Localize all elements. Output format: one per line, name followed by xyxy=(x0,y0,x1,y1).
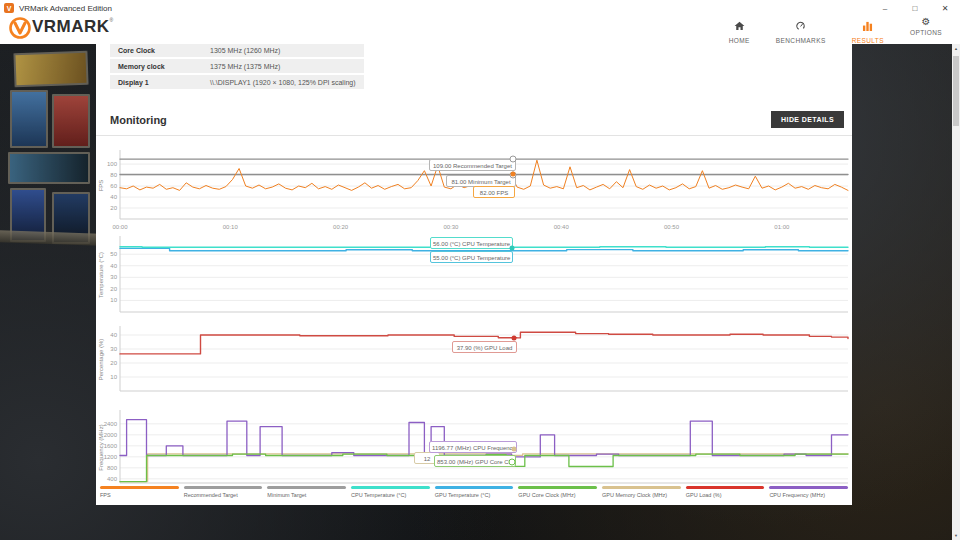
hover-marker xyxy=(511,172,516,177)
svg-text:01:00: 01:00 xyxy=(774,224,790,230)
background-poster xyxy=(13,51,88,88)
legend-color-bar xyxy=(267,486,346,489)
legend-item[interactable]: GPU Memory Clock (MHz) xyxy=(602,486,681,498)
svg-text:Temperature (°C): Temperature (°C) xyxy=(98,252,104,298)
legend-color-bar xyxy=(184,486,263,489)
app-header: VRMARK ® HOME BENCHMARKS xyxy=(0,16,960,44)
svg-text:00:10: 00:10 xyxy=(223,224,239,230)
svg-text:10: 10 xyxy=(110,297,117,303)
svg-text:40: 40 xyxy=(110,263,117,269)
svg-text:00:50: 00:50 xyxy=(664,224,680,230)
svg-text:50: 50 xyxy=(110,251,117,257)
gauge-icon xyxy=(795,17,806,35)
svg-text:30: 30 xyxy=(110,346,117,352)
legend-label: FPS xyxy=(100,492,179,498)
svg-text:Percentage (%): Percentage (%) xyxy=(98,339,104,381)
svg-text:20: 20 xyxy=(110,205,117,211)
scrollbar[interactable]: ▲ ▼ xyxy=(952,44,960,540)
chart-tooltip: 55.00 (°C) GPU Temperature xyxy=(430,251,513,263)
nav-benchmarks[interactable]: BENCHMARKS xyxy=(776,17,826,44)
svg-text:10: 10 xyxy=(110,374,117,380)
svg-text:2400: 2400 xyxy=(104,421,118,427)
svg-text:60: 60 xyxy=(110,183,117,189)
nav-results[interactable]: RESULTS xyxy=(852,17,884,44)
svg-text:30: 30 xyxy=(110,274,117,280)
svg-text:40: 40 xyxy=(110,194,117,200)
svg-text:20: 20 xyxy=(110,360,117,366)
legend-color-bar xyxy=(100,486,179,489)
window-title: VRMark Advanced Edition xyxy=(19,4,112,13)
bar-chart-icon xyxy=(862,17,873,35)
svg-text:FPS: FPS xyxy=(98,180,104,192)
close-button[interactable]: ✕ xyxy=(930,0,960,16)
svg-text:2000: 2000 xyxy=(104,432,118,438)
legend-label: CPU Temperature (°C) xyxy=(351,492,430,498)
legend-label: GPU Temperature (°C) xyxy=(435,492,514,498)
legend-label: GPU Memory Clock (MHz) xyxy=(602,492,681,498)
legend-item[interactable]: Recommended Target xyxy=(184,486,263,498)
chart-tooltip: 109.00 Recommended Target xyxy=(429,159,516,171)
legend-color-bar xyxy=(435,486,514,489)
svg-text:00:20: 00:20 xyxy=(333,224,349,230)
monitoring-charts: 20406080100FPS00:0000:1000:2000:3000:400… xyxy=(96,42,852,505)
results-panel: Core Clock 1305 MHz (1260 MHz) Memory cl… xyxy=(96,42,852,505)
minimize-button[interactable]: – xyxy=(870,0,900,16)
hover-marker xyxy=(510,246,515,251)
legend-item[interactable]: GPU Temperature (°C) xyxy=(435,486,514,498)
svg-text:1600: 1600 xyxy=(104,443,118,449)
legend-color-bar xyxy=(769,486,848,489)
svg-text:Frequency (MHz): Frequency (MHz) xyxy=(98,424,104,470)
background-ledge xyxy=(0,230,100,246)
svg-text:100: 100 xyxy=(107,161,118,167)
legend-color-bar xyxy=(518,486,597,489)
scroll-up-arrow[interactable]: ▲ xyxy=(952,44,960,53)
scrollbar-thumb[interactable] xyxy=(953,56,959,126)
app-icon: V xyxy=(4,3,14,13)
svg-text:1200: 1200 xyxy=(104,454,118,460)
home-icon xyxy=(734,17,745,35)
chart-tooltip: 1196.77 (MHz) CPU Frequency xyxy=(429,441,517,453)
legend-item[interactable]: GPU Core Clock (MHz) xyxy=(518,486,597,498)
legend-color-bar xyxy=(686,486,765,489)
legend-label: GPU Load (%) xyxy=(686,492,765,498)
svg-text:00:30: 00:30 xyxy=(443,224,459,230)
legend-label: Minimum Target xyxy=(267,492,346,498)
legend-color-bar xyxy=(602,486,681,489)
background-poster xyxy=(52,94,90,148)
hover-marker xyxy=(512,447,517,452)
legend-item[interactable]: CPU Temperature (°C) xyxy=(351,486,430,498)
maximize-button[interactable]: □ xyxy=(900,0,930,16)
hover-marker xyxy=(512,336,517,341)
svg-text:400: 400 xyxy=(107,476,118,482)
nav-home[interactable]: HOME xyxy=(729,17,750,44)
hover-marker xyxy=(510,156,517,163)
legend-label: CPU Frequency (MHz) xyxy=(769,492,848,498)
chart-tooltip: 853.00 (MHz) GPU Core Clock xyxy=(434,455,516,467)
chart-tooltip: 37.90 (%) GPU Load xyxy=(452,341,517,353)
background-poster xyxy=(10,90,48,148)
chart-tooltip: 56.00 (°C) CPU Temperature xyxy=(430,237,513,249)
main-nav: HOME BENCHMARKS RESULTS ⚙ O xyxy=(729,17,942,44)
vrmark-emblem-icon xyxy=(8,16,32,44)
logo-text: VRMARK xyxy=(32,16,110,38)
nav-options[interactable]: ⚙ OPTIONS xyxy=(910,17,942,44)
chart-tooltip: 82.00 FPS xyxy=(473,186,515,198)
titlebar: V VRMark Advanced Edition – □ ✕ xyxy=(0,0,960,16)
registered-mark: ® xyxy=(110,17,114,23)
chart-legend: FPSRecommended TargetMinimum TargetCPU T… xyxy=(100,486,848,498)
chart-percentage[interactable]: 10203040Percentage (%) xyxy=(96,326,852,396)
svg-text:00:40: 00:40 xyxy=(554,224,570,230)
svg-text:40: 40 xyxy=(110,332,117,338)
gear-icon: ⚙ xyxy=(921,17,930,27)
legend-item[interactable]: CPU Frequency (MHz) xyxy=(769,486,848,498)
legend-color-bar xyxy=(351,486,430,489)
legend-item[interactable]: GPU Load (%) xyxy=(686,486,765,498)
legend-item[interactable]: Minimum Target xyxy=(267,486,346,498)
svg-text:20: 20 xyxy=(110,286,117,292)
background-poster xyxy=(8,152,90,184)
vrmark-logo: VRMARK ® xyxy=(8,16,113,44)
svg-text:80: 80 xyxy=(110,172,117,178)
svg-text:00:00: 00:00 xyxy=(112,224,128,230)
scroll-down-arrow[interactable]: ▼ xyxy=(952,531,960,540)
legend-item[interactable]: FPS xyxy=(100,486,179,498)
